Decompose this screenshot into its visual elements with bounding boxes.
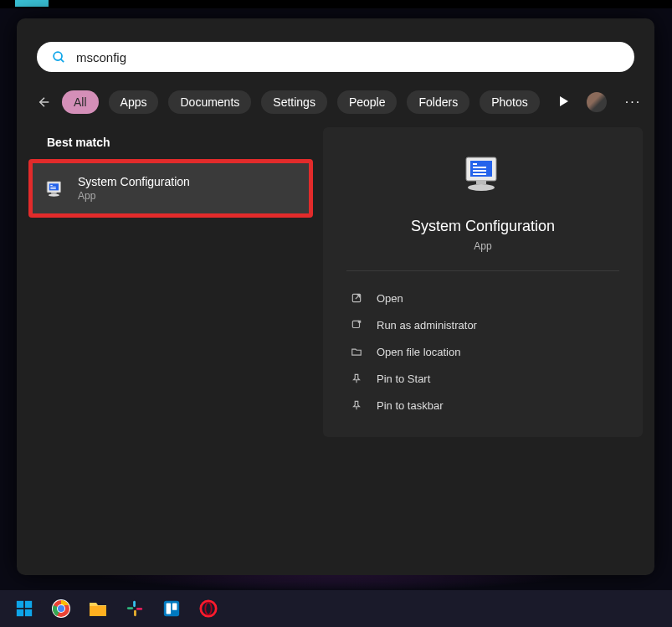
- svg-rect-23: [17, 609, 23, 616]
- svg-point-28: [58, 605, 64, 612]
- result-text: System Configuration App: [78, 175, 190, 202]
- action-run-admin[interactable]: Run as administrator: [346, 311, 619, 338]
- pin-icon: [350, 398, 363, 412]
- svg-rect-8: [50, 188, 56, 189]
- filter-row: All Apps Documents Settings People Folde…: [17, 84, 654, 127]
- svg-rect-30: [133, 601, 136, 607]
- svg-point-0: [54, 52, 62, 60]
- filter-settings[interactable]: Settings: [261, 90, 327, 114]
- action-pin-start[interactable]: Pin to Start: [346, 365, 619, 392]
- svg-rect-33: [136, 608, 142, 610]
- svg-rect-24: [25, 609, 32, 616]
- filter-folders[interactable]: Folders: [407, 90, 469, 114]
- svg-rect-9: [51, 193, 57, 194]
- action-open[interactable]: Open: [346, 285, 619, 311]
- best-match-result[interactable]: System Configuration App: [28, 159, 313, 218]
- action-pin-taskbar[interactable]: Pin to taskbar: [346, 392, 619, 419]
- action-open-location[interactable]: Open file location: [346, 338, 619, 365]
- search-bar[interactable]: [37, 42, 634, 72]
- svg-rect-6: [50, 185, 52, 186]
- opera-icon[interactable]: [197, 598, 219, 619]
- result-subtitle: App: [78, 190, 190, 202]
- trello-icon[interactable]: [161, 598, 182, 619]
- filter-photos[interactable]: Photos: [480, 90, 540, 114]
- svg-point-18: [468, 184, 495, 191]
- arrow-left-icon: [37, 95, 52, 110]
- svg-rect-32: [134, 610, 136, 616]
- svg-marker-3: [560, 96, 568, 106]
- system-config-icon: [44, 177, 66, 199]
- top-bar: [0, 0, 672, 8]
- details-panel: System Configuration App Open Run as adm…: [323, 127, 643, 437]
- file-explorer-icon[interactable]: [87, 598, 109, 619]
- result-title: System Configuration: [78, 175, 190, 188]
- folder-icon: [350, 345, 363, 358]
- action-label: Pin to Start: [377, 373, 430, 385]
- divider: [346, 270, 619, 271]
- svg-rect-31: [127, 607, 133, 609]
- start-menu-panel: All Apps Documents Settings People Folde…: [17, 18, 654, 575]
- accent-strip: [15, 0, 49, 7]
- svg-rect-14: [473, 167, 486, 168]
- more-menu-icon[interactable]: ···: [625, 95, 641, 110]
- open-icon: [350, 291, 363, 305]
- filter-apps[interactable]: Apps: [109, 90, 159, 114]
- svg-rect-21: [17, 601, 23, 608]
- back-button[interactable]: [37, 90, 52, 114]
- best-match-header: Best match: [28, 127, 313, 159]
- svg-rect-34: [164, 601, 179, 616]
- detail-title: System Configuration: [411, 218, 555, 235]
- action-label: Pin to taskbar: [377, 399, 444, 412]
- svg-point-38: [205, 603, 211, 615]
- taskbar: [0, 590, 672, 627]
- svg-rect-7: [50, 187, 56, 188]
- svg-point-10: [49, 194, 59, 197]
- filter-documents[interactable]: Documents: [168, 90, 251, 114]
- svg-rect-29: [90, 606, 106, 616]
- start-button[interactable]: [13, 598, 35, 619]
- detail-subtitle: App: [474, 240, 491, 252]
- shield-admin-icon: [350, 318, 363, 331]
- action-label: Run as administrator: [377, 319, 477, 331]
- svg-rect-35: [167, 604, 172, 614]
- user-avatar[interactable]: [587, 92, 607, 112]
- svg-rect-15: [473, 170, 486, 172]
- search-icon: [52, 50, 66, 64]
- svg-rect-22: [25, 601, 32, 608]
- pin-icon: [350, 372, 363, 385]
- filter-people[interactable]: People: [337, 90, 398, 114]
- action-list: Open Run as administrator Open file loca…: [346, 285, 619, 419]
- svg-rect-16: [473, 173, 486, 175]
- svg-rect-36: [172, 604, 177, 610]
- chrome-icon[interactable]: [50, 598, 72, 619]
- svg-rect-17: [476, 181, 486, 184]
- action-label: Open: [377, 292, 403, 305]
- slack-icon[interactable]: [124, 598, 146, 619]
- svg-rect-13: [473, 163, 477, 165]
- svg-line-1: [61, 59, 64, 62]
- results-column: Best match System Configuration A: [28, 127, 313, 437]
- detail-app-icon: [459, 152, 506, 203]
- play-icon[interactable]: [560, 96, 568, 109]
- action-label: Open file location: [377, 346, 460, 358]
- search-input[interactable]: [76, 50, 619, 64]
- content-area: Best match System Configuration A: [17, 127, 654, 437]
- filter-all[interactable]: All: [62, 90, 99, 114]
- top-right-actions: ···: [560, 92, 641, 112]
